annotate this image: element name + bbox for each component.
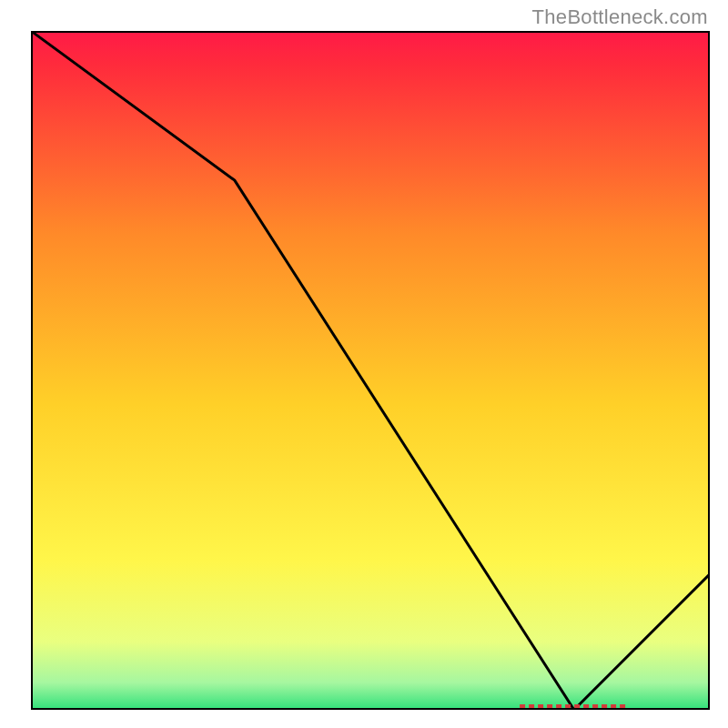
watermark-text: TheBottleneck.com xyxy=(532,5,708,29)
chart-svg xyxy=(31,31,710,710)
gradient-background xyxy=(31,31,710,710)
chart-plot-area xyxy=(31,31,710,710)
